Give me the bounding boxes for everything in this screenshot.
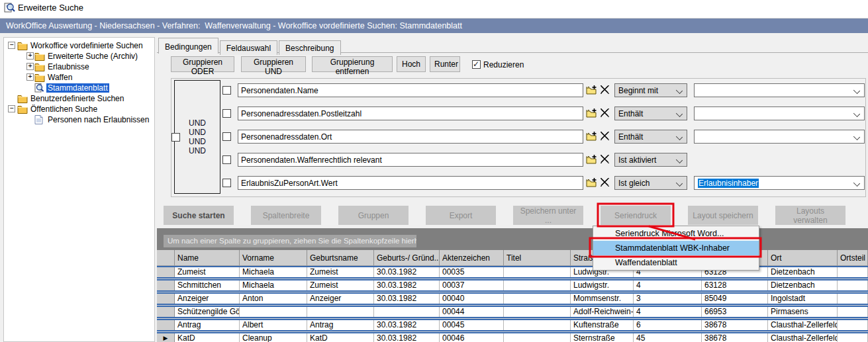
gruppierung-entfernen-button[interactable]: Gruppierung entfernen	[312, 56, 393, 72]
operator-dropdown[interactable]: Ist gleich	[614, 176, 687, 190]
table-cell: 30.03.1982	[374, 294, 440, 304]
condition-field-input[interactable]	[238, 130, 583, 144]
condition-row: Enthält	[171, 107, 865, 121]
operator-dropdown[interactable]: Beginnt mit	[614, 83, 687, 97]
column-header-geburtsname[interactable]: Geburtsname	[307, 250, 374, 266]
delete-icon[interactable]	[600, 177, 611, 189]
menu-item-seriendruck-microsoft-word-[interactable]: Seriendruck Microsoft Word...	[593, 226, 759, 241]
table-cell: Pirmasens	[768, 307, 838, 317]
gruppieren-oder-button[interactable]: Gruppieren ODER	[171, 56, 234, 72]
column-header-vorname[interactable]: Vorname	[240, 250, 307, 266]
tab-beschreibung[interactable]: Beschreibung	[279, 40, 340, 55]
reduzieren-checkbox[interactable]	[472, 60, 481, 69]
export-button[interactable]: Export	[426, 206, 496, 225]
layout-speichern-button[interactable]: Layout speichern	[688, 206, 758, 225]
add-folder-icon[interactable]	[586, 85, 597, 96]
condition-checkbox[interactable]	[222, 132, 231, 141]
spaltenbreite-button[interactable]: Spaltenbreite	[251, 206, 321, 225]
condition-checkbox[interactable]	[222, 155, 231, 164]
column-header[interactable]	[157, 250, 175, 266]
collapse-icon[interactable]: −	[8, 105, 15, 112]
menu-item-waffendatenblatt[interactable]: Waffendatenblatt	[593, 255, 759, 270]
table-cell: Albert	[240, 320, 307, 330]
layouts-verwalten-button[interactable]: Layouts verwalten	[775, 206, 845, 225]
sidebar-item-personen-nach-erlaubnissen[interactable]: Personen nach Erlaubnissen	[4, 114, 154, 125]
expand-icon[interactable]: +	[26, 52, 34, 60]
table-cell: Antrag	[307, 320, 374, 330]
operator-dropdown[interactable]: Enthält	[614, 107, 687, 120]
table-cell	[838, 280, 868, 290]
add-folder-icon[interactable]	[586, 154, 597, 165]
table-row[interactable]: SchmittchenMichaelaZumeist30.03.19820003…	[157, 279, 868, 292]
condition-row: Beginnt mit	[171, 83, 865, 98]
condition-checkbox[interactable]	[222, 109, 231, 118]
table-cell	[504, 307, 571, 317]
expand-icon[interactable]: +	[26, 73, 34, 81]
condition-field-input[interactable]	[238, 107, 583, 120]
group-operator-checkbox[interactable]	[171, 133, 180, 142]
row-selector	[157, 294, 175, 304]
chevron-down-icon	[853, 180, 860, 187]
gruppen-button[interactable]: Gruppen	[338, 206, 409, 225]
table-row[interactable]: ▶KatDCleanupKatD30.03.198200046Sternstra…	[157, 332, 868, 342]
suche-starten-button[interactable]: Suche starten	[164, 206, 234, 225]
column-header-titel[interactable]: Titel	[504, 250, 571, 266]
table-cell: 63128	[702, 280, 768, 290]
main-panel: BedingungenFeldauswahlBeschreibung Grupp…	[157, 33, 868, 342]
value-dropdown[interactable]	[694, 107, 865, 120]
column-header-geburts-gründ-[interactable]: Geburts-/ Gründ...	[374, 250, 440, 266]
add-folder-icon[interactable]	[586, 108, 597, 119]
condition-field-input[interactable]	[238, 83, 583, 97]
delete-icon[interactable]	[600, 108, 611, 119]
tab-feldauswahl[interactable]: Feldauswahl	[220, 40, 277, 55]
sidebar-item-erweiterte-suche-archiv-[interactable]: +Erweiterte Suche (Archiv)	[4, 51, 154, 62]
operator-dropdown[interactable]: Ist aktiviert	[614, 153, 687, 167]
column-header-name[interactable]: Name	[175, 250, 240, 266]
tree-item-label: Benutzerdefinierte Suchen	[29, 94, 125, 103]
table-row[interactable]: AntragAlbertAntrag30.03.198200045Kuftens…	[157, 319, 868, 331]
sidebar-item-waffen[interactable]: +Waffen	[4, 72, 154, 83]
condition-field-input[interactable]	[238, 153, 583, 167]
condition-field-input[interactable]	[238, 176, 583, 190]
menu-item-stammdatenblatt-wbk-inhaber[interactable]: Stammdatenblatt WBK-Inhaber	[593, 241, 759, 255]
delete-icon[interactable]	[600, 131, 611, 142]
seriendruck-button[interactable]: Seriendruck	[601, 206, 671, 225]
sidebar-item-stammdatenblatt[interactable]: Stammdatenblatt	[4, 83, 154, 93]
column-header-aktenzeichen[interactable]: Aktenzeichen	[440, 250, 504, 266]
sidebar-item-benutzerdefinierte-suchen[interactable]: Benutzerdefinierte Suchen	[4, 93, 154, 104]
add-folder-icon[interactable]	[586, 131, 597, 142]
tree-item-label: Stammdatenblatt	[46, 83, 109, 93]
delete-icon[interactable]	[600, 85, 611, 96]
condition-checkbox[interactable]	[222, 179, 231, 187]
table-row[interactable]: ZumeistMichaelaZumeist30.03.198200035Lud…	[157, 266, 868, 278]
table-row[interactable]: AnzeigerAntonAnzeiger30.03.198200040Momm…	[157, 292, 868, 305]
collapse-icon[interactable]: −	[8, 42, 15, 49]
sidebar-item-erlaubnisse[interactable]: +Erlaubnisse	[4, 62, 154, 72]
action-button-label: Speichern unter ...	[520, 206, 577, 225]
delete-icon[interactable]	[600, 154, 611, 165]
sidebar-item-workoffice-vordefinierte-suchen[interactable]: −Workoffice vordefinierte Suchen	[4, 40, 154, 51]
tab-bedingungen[interactable]: Bedingungen	[158, 38, 218, 54]
expand-icon[interactable]: +	[26, 63, 34, 70]
column-header-ort[interactable]: Ort	[768, 250, 838, 266]
speichern-unter--button[interactable]: Speichern unter ...	[513, 206, 583, 225]
value-dropdown[interactable]	[694, 130, 865, 144]
group-by-bar[interactable]: Um nach einer Spalte zu gruppieren, zieh…	[157, 228, 868, 250]
sidebar-item-öffentlichen-suche[interactable]: −Öffentlichen Suche	[4, 104, 154, 114]
add-folder-icon[interactable]	[586, 177, 597, 189]
operator-dropdown[interactable]: Enthält	[614, 130, 687, 144]
table-cell: 00040	[440, 294, 504, 304]
condition-checkbox[interactable]	[222, 86, 231, 95]
table-row[interactable]: Schützengilde Gö...00044Adolf-Reichwein-…	[157, 306, 868, 318]
column-header-ortsteil[interactable]: Ortsteil	[838, 250, 868, 266]
hoch-button[interactable]: Hoch	[397, 56, 426, 72]
grouping-toolbar: Gruppieren ODERGruppieren UNDGruppierung…	[171, 56, 524, 72]
runter-button[interactable]: Runter	[430, 56, 460, 72]
table-cell: Antrag	[175, 320, 240, 330]
row-selector	[157, 320, 175, 330]
value-dropdown[interactable]	[694, 83, 865, 97]
operator-value: Enthält	[618, 109, 643, 118]
value-dropdown[interactable]: Erlaubnisinhaber	[694, 176, 865, 190]
gruppieren-und-button[interactable]: Gruppieren UND	[241, 56, 306, 72]
tabstrip: BedingungenFeldauswahlBeschreibung	[157, 38, 868, 53]
